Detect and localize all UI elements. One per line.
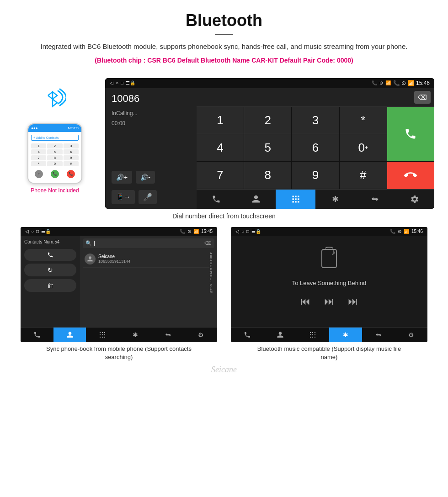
prev-track-btn[interactable]: ⏮	[300, 296, 310, 307]
bottom-screenshots-row: ◁ ○ □ ☰🔒 📞 ⊙ 📶 15:45 Contacts Num:54	[0, 227, 448, 361]
small-nav-transfer[interactable]	[152, 328, 185, 342]
mute-btn[interactable]: 🎤	[139, 190, 157, 204]
small-nav-phone[interactable]	[21, 328, 53, 342]
dialer-body: 10086 InCalling... 00:00 🔊+ 🔊- 📱→ 🎤 ⌫	[105, 88, 434, 209]
call-icon: 📞	[390, 229, 395, 234]
music-icon-area: ♪	[315, 245, 343, 272]
alpha-l[interactable]: L	[210, 287, 213, 290]
music-status-bar: ◁ ○ □ ☰🔒 📞 ⊙ 📶 15:46	[231, 227, 427, 236]
key-3[interactable]: 3	[292, 107, 339, 134]
svg-rect-27	[312, 334, 313, 335]
music-nav-phone[interactable]	[231, 328, 264, 342]
nav-contacts[interactable]	[236, 190, 276, 209]
key-hash[interactable]: #	[340, 162, 387, 189]
play-pause-btn[interactable]: ⏭	[324, 296, 334, 307]
back-icon: ◁	[110, 80, 113, 85]
dial-screen: ◁ ○ □ ☰🔒 📞 ⊙ 📶 📞 ⊙ 📶 15:46 10086 InCalli…	[105, 78, 434, 209]
svg-rect-5	[295, 196, 296, 197]
svg-rect-8	[295, 198, 296, 200]
alpha-c[interactable]: C	[210, 258, 213, 261]
contacts-status-left: ◁ ○ □ ☰🔒	[25, 229, 51, 234]
bluetooth-icon	[43, 87, 66, 119]
volume-down-btn[interactable]: 🔊-	[136, 171, 155, 184]
alpha-k[interactable]: K	[210, 284, 213, 287]
key-0plus[interactable]: 0+	[340, 134, 387, 161]
phone-key-3: 3	[64, 143, 79, 148]
dialer-left-panel: 10086 InCalling... 00:00 🔊+ 🔊- 📱→ 🎤	[105, 88, 197, 209]
phone-add-contacts: + Add to Contacts	[31, 135, 79, 141]
svg-rect-15	[104, 332, 105, 333]
nav-bluetooth[interactable]: ✱	[315, 190, 355, 209]
key-5[interactable]: 5	[244, 134, 291, 161]
contact-item-seicane[interactable]: Seicane 10655059113144	[83, 251, 209, 268]
alpha-i[interactable]: I	[210, 277, 213, 280]
key-7[interactable]: 7	[197, 162, 244, 189]
wifi-icon: 📶	[385, 80, 391, 85]
end-call-button[interactable]	[387, 162, 434, 189]
dialer-bottom-nav: ✱	[197, 189, 434, 209]
music-nav-contacts[interactable]	[264, 328, 297, 342]
status-right-icons: 📞 ⊙ 📶 📞 ⊙ 📶 15:46	[372, 80, 430, 86]
contacts-left-panel: Contacts Num:54 ↻ 🗑	[21, 236, 80, 327]
key-8[interactable]: 8	[244, 162, 291, 189]
key-1[interactable]: 1	[197, 107, 244, 134]
key-4[interactable]: 4	[197, 134, 244, 161]
home-icon: ○	[241, 229, 244, 234]
call-status-icon: 📞	[372, 80, 377, 85]
small-nav-dialpad[interactable]	[86, 328, 119, 342]
contacts-delete-btn[interactable]: 🗑	[24, 279, 76, 292]
contacts-call-btn[interactable]	[24, 249, 76, 261]
key-6[interactable]: 6	[292, 134, 339, 161]
svg-rect-11	[295, 201, 296, 202]
svg-rect-16	[100, 334, 101, 335]
contacts-status-right: 📞 ⊙ 📶 15:45	[180, 229, 213, 234]
music-nav-bluetooth[interactable]: ✱	[329, 328, 362, 342]
key-9[interactable]: 9	[292, 162, 339, 189]
back-icon: ◁	[235, 229, 239, 234]
nav-dialpad[interactable]	[276, 190, 315, 209]
next-track-btn[interactable]: ⏭	[348, 296, 358, 307]
small-nav-bluetooth[interactable]: ✱	[119, 328, 152, 342]
phone-end-btn: 📞	[67, 170, 75, 178]
alpha-b[interactable]: B	[210, 255, 213, 258]
alpha-f[interactable]: F	[210, 268, 213, 271]
alpha-e[interactable]: E	[210, 264, 213, 268]
backspace-button[interactable]: ⌫	[414, 91, 431, 104]
location-icon: ⊙	[379, 80, 383, 85]
alpha-d[interactable]: D	[210, 261, 213, 264]
contacts-caption: Sync phone-book from mobile phone (Suppo…	[39, 345, 199, 361]
call-button[interactable]	[387, 107, 434, 161]
alpha-a[interactable]: A	[210, 252, 213, 255]
alpha-m[interactable]: M	[210, 290, 213, 293]
alpha-j[interactable]: J	[210, 280, 213, 284]
alpha-scroll[interactable]: A B C D E F G H I J K L M	[209, 251, 214, 294]
dialer-calling-status: InCalling...	[112, 110, 190, 116]
music-nav-settings[interactable]: ⚙	[395, 328, 427, 342]
svg-rect-23	[310, 332, 311, 333]
phone-dialpad: 1 2 3 4 5 6 7 8 9 * 0 #	[31, 143, 79, 166]
music-body: ♪ To Leave Something Behind ⏮ ⏭ ⏭	[231, 236, 427, 327]
key-star[interactable]: *	[340, 107, 387, 134]
svg-rect-9	[298, 198, 299, 200]
status-bar: ◁ ○ □ ☰🔒 📞 ⊙ 📶 📞 ⊙ 📶 15:46	[105, 78, 434, 88]
phone-screen: + Add to Contacts 1 2 3 4 5 6 7 8 9 * 0 …	[28, 132, 81, 183]
transfer-btn[interactable]: 📱→	[112, 190, 135, 204]
svg-rect-28	[315, 334, 315, 335]
key-2[interactable]: 2	[244, 107, 291, 134]
nav-settings[interactable]	[395, 190, 434, 209]
music-nav-dialpad[interactable]	[296, 328, 329, 342]
small-nav-settings[interactable]: ⚙	[184, 328, 217, 342]
nav-transfer[interactable]	[355, 190, 395, 209]
svg-line-2	[48, 95, 53, 99]
time: 15:46	[411, 229, 423, 234]
music-nav-transfer[interactable]	[362, 328, 395, 342]
small-nav-contacts[interactable]	[53, 328, 86, 342]
watermark: Seicane	[0, 365, 448, 375]
wifi-icon: 📶	[404, 229, 409, 234]
volume-up-btn[interactable]: 🔊+	[112, 171, 132, 184]
contact-info: Seicane 10655059113144	[98, 254, 130, 264]
alpha-h[interactable]: H	[210, 274, 213, 277]
nav-phone[interactable]	[197, 190, 236, 209]
contacts-sync-btn[interactable]: ↻	[24, 264, 76, 276]
alpha-g[interactable]: G	[210, 271, 213, 274]
